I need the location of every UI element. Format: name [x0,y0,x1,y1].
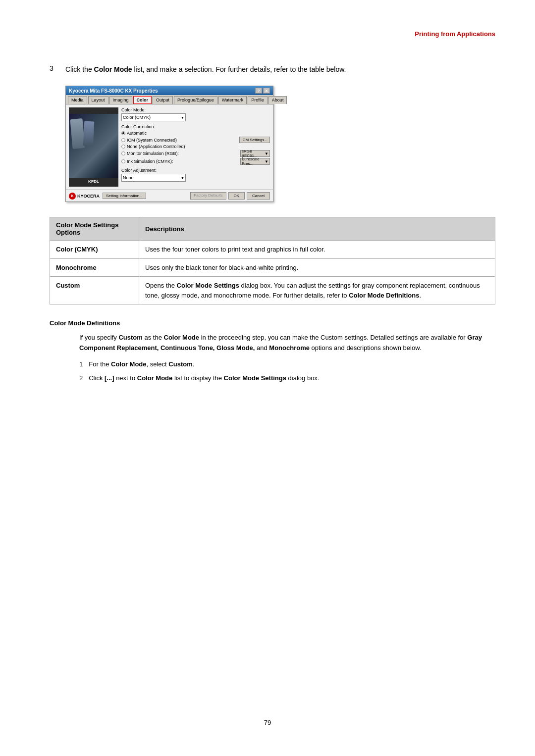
page-footer: 79 [0,719,535,726]
kyocera-icon: K [69,193,76,200]
table-header-desc: Descriptions [139,217,495,241]
color-adj-label: Color Adjustment: [121,168,270,173]
tab-profile[interactable]: Profile [248,96,268,104]
monitor-select-arrow: ▼ [265,151,268,156]
color-adj-value: None [123,175,134,180]
table-cell-option-3: Custom [50,277,139,304]
color-mode-select[interactable]: Color (CMYK) ▼ [121,113,186,121]
color-adj-arrow: ▼ [181,176,184,180]
setting-info-button[interactable]: Setting Information... [103,193,146,199]
radio-none-row: None (Application Controlled) [121,144,270,149]
radio-icm[interactable] [121,138,125,142]
color-mode-label: Color Mode: [121,107,270,112]
table-header-option: Color Mode Settings Options [50,217,139,241]
page-header: Printing from Applications [415,30,495,38]
section-step-1: 1 For the Color Mode, select Custom. [79,359,495,370]
dialog-left-panel: KPDL [69,107,118,187]
color-correction-group: Color Correction: Automatic ICM (System … [121,124,270,165]
section-heading: Color Mode Definitions [50,319,495,327]
dialog-box: Kyocera Mita FS-8000C KX Properties ? X … [65,86,273,202]
radio-automatic[interactable] [121,131,125,135]
radio-ink[interactable] [121,159,125,163]
tab-layout[interactable]: Layout [88,96,108,104]
dialog-body: KPDL Color Mode: Color (CMYK) ▼ Color Co [66,104,273,190]
dialog-title: Kyocera Mita FS-8000C KX Properties [69,88,158,94]
section-step-1-number: 1 [79,359,83,370]
color-mode-value: Color (CMYK) [123,115,151,120]
table-cell-desc-3: Opens the Color Mode Settings dialog box… [139,277,495,304]
section-step-2-text: Click [...] next to Color Mode list to d… [89,373,319,384]
dialog-footer: K KYOCERA Setting Information... Factory… [66,190,273,202]
step-3-instruction: 3 Click the Color Mode list, and make a … [50,64,495,75]
tab-imaging[interactable]: Imaging [109,96,132,104]
dialog-wrapper: Kyocera Mita FS-8000C KX Properties ? X … [65,86,495,202]
radio-monitor-row: Monitor Simulation (RGB): sRGB (IEC61...… [121,150,270,157]
dialog-ok-cancel-group: Factory Defaults OK Cancel [190,192,270,200]
radio-icm-label: ICM (System Connected) [127,138,238,143]
radio-automatic-row: Automatic [121,131,270,136]
table-row: Color (CMYK) Uses the four toner colors … [50,241,495,259]
kyocera-logo: K KYOCERA [69,193,100,200]
ink-select-arrow: ▼ [265,159,268,164]
radio-ink-row: Ink Simulation (CMYK): Euroscale Pres...… [121,158,270,165]
kyocera-text: KYOCERA [77,194,100,199]
radio-none-label: None (Application Controlled) [127,144,270,149]
radio-monitor[interactable] [121,151,125,155]
tab-output[interactable]: Output [153,96,173,104]
ink-select[interactable]: Euroscale Pres... ▼ [240,158,270,165]
table-cell-desc-2: Uses only the black toner for black-and-… [139,258,495,277]
table-cell-option-2: Monochrome [50,258,139,277]
section-step-2: 2 Click [...] next to Color Mode list to… [79,373,495,384]
table-row: Monochrome Uses only the black toner for… [50,258,495,277]
dialog-right-panel: Color Mode: Color (CMYK) ▼ Color Correct… [121,107,270,187]
ink-select-value: Euroscale Pres... [242,157,265,166]
section-step-2-number: 2 [79,373,83,384]
color-correction-radios: Automatic ICM (System Connected) ICM Set… [121,131,270,165]
header-title: Printing from Applications [415,30,495,38]
tab-media[interactable]: Media [68,96,87,104]
main-content: 3 Click the Color Mode list, and make a … [50,64,495,388]
section-steps: 1 For the Color Mode, select Custom. 2 C… [79,359,495,384]
monitor-select[interactable]: sRGB (IEC61... ▼ [240,150,270,157]
cancel-button[interactable]: Cancel [247,192,270,200]
radio-none[interactable] [121,145,125,149]
color-adjustment-group: Color Adjustment: None ▼ [121,168,270,182]
dialog-close-button[interactable]: X [263,88,270,94]
step-3-text: Click the Color Mode list, and make a se… [65,64,346,75]
dialog-help-button[interactable]: ? [255,88,262,94]
tab-about[interactable]: About [268,96,287,104]
section-body: If you specify Custom as the Color Mode … [79,333,495,384]
step-3-number: 3 [50,64,59,75]
dialog-titlebar: Kyocera Mita FS-8000C KX Properties ? X [66,86,273,95]
radio-monitor-label: Monitor Simulation (RGB): [127,151,239,156]
radio-ink-label: Ink Simulation (CMYK): [127,159,239,164]
section-intro: If you specify Custom as the Color Mode … [79,333,495,353]
ok-button[interactable]: OK [228,192,245,200]
table-row: Custom Opens the Color Mode Settings dia… [50,277,495,304]
color-adj-select[interactable]: None ▼ [121,174,186,182]
page-number: 79 [264,719,271,726]
dialog-preview-image [69,114,118,178]
factory-defaults-button[interactable]: Factory Defaults [190,192,226,200]
table-cell-option-1: Color (CMYK) [50,241,139,259]
tab-watermark[interactable]: Watermark [218,96,247,104]
color-mode-group: Color Mode: Color (CMYK) ▼ [121,107,270,121]
radio-icm-row: ICM (System Connected) ICM Settings... [121,137,270,143]
tab-color[interactable]: Color [133,96,152,104]
radio-automatic-label: Automatic [127,131,270,136]
dialog-tabs: Media Layout Imaging Color Output Prolog… [66,95,273,104]
icm-settings-button[interactable]: ICM Settings... [239,137,270,143]
color-correction-label: Color Correction: [121,124,270,129]
section-step-1-text: For the Color Mode, select Custom. [89,359,194,370]
dialog-titlebar-buttons: ? X [255,88,270,94]
tab-prologue[interactable]: Prologue/Epilogue [174,96,217,104]
table-cell-desc-1: Uses the four toner colors to print text… [139,241,495,259]
kpdl-label: KPDL [88,178,99,185]
color-mode-arrow: ▼ [181,116,184,119]
color-mode-table: Color Mode Settings Options Descriptions… [50,217,495,304]
